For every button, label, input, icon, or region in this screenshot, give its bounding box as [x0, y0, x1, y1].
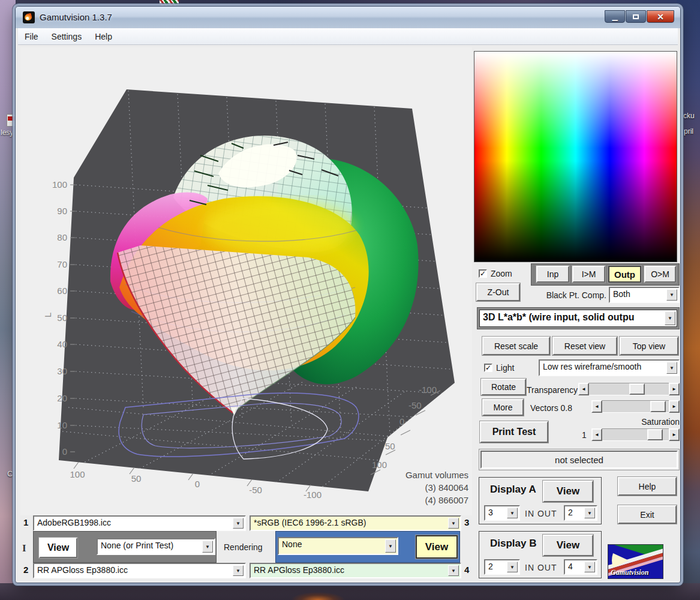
menu-settings[interactable]: Settings — [45, 30, 89, 43]
light-checkbox[interactable]: ✓ — [484, 364, 492, 372]
output-profile-dropdown[interactable]: RR APGloss Ep3880.icc ▼ — [33, 563, 246, 578]
l-tick: 10 — [57, 420, 67, 430]
a-tick: -100 — [304, 490, 322, 500]
display-a-out-dropdown[interactable]: 2 ▼ — [564, 505, 597, 521]
chevron-down-icon[interactable]: ▼ — [385, 539, 396, 553]
display-a-in-dropdown[interactable]: 3 ▼ — [484, 505, 520, 521]
chevron-down-icon[interactable]: ▼ — [507, 508, 518, 518]
row3-number: 3 — [464, 517, 469, 527]
l-tick: 90 — [57, 206, 67, 216]
black-point-comp-dropdown[interactable]: Both ▼ — [609, 287, 680, 303]
slider-track[interactable] — [602, 428, 669, 441]
rotate-button[interactable]: Rotate — [481, 379, 526, 395]
input-to-monitor-button[interactable]: I>M — [572, 266, 605, 283]
slider-right-arrow-icon[interactable]: ► — [669, 428, 680, 441]
zoom-checkbox[interactable]: ✓ — [479, 269, 487, 278]
slider-right-arrow-icon[interactable]: ► — [669, 400, 680, 413]
l-axis-label: L — [43, 313, 53, 317]
saturation-slider[interactable]: ◄ ► — [591, 428, 680, 441]
b-tick: 50 — [385, 441, 395, 451]
vectors-slider[interactable]: ◄ ► — [591, 400, 680, 413]
profile3-dropdown[interactable]: *sRGB (IEC6 1996-2.1 sRGB) ▼ — [250, 515, 461, 531]
close-button[interactable]: ✕ — [647, 10, 674, 23]
view-mode-value: 3D L*a*b* (wire input, solid outpu — [483, 312, 634, 322]
wireframe-mode-dropdown[interactable]: Low res wireframe/smooth ▼ — [539, 359, 680, 376]
rendering-intent-dropdown[interactable]: None ▼ — [278, 537, 398, 555]
display-b-title: Display B — [490, 538, 536, 550]
a-tick: 50 — [131, 473, 142, 484]
chevron-down-icon[interactable]: ▼ — [233, 518, 244, 529]
desktop-wallpaper-bottom — [0, 583, 700, 600]
slider-thumb[interactable] — [629, 383, 645, 395]
menu-file[interactable]: File — [18, 30, 45, 43]
transparency-slider[interactable]: ◄ ► — [578, 383, 680, 395]
l-tick: 60 — [57, 286, 67, 296]
l-tick: 0 — [62, 446, 67, 457]
output-to-monitor-button[interactable]: O>M — [644, 266, 676, 283]
gamut-3d-plot[interactable]: 100 90 80 70 60 50 40 30 20 10 0 L 100 5… — [20, 47, 472, 515]
maximize-icon — [633, 14, 639, 19]
display-b-view-button[interactable]: View — [543, 535, 593, 556]
chevron-down-icon[interactable]: ▼ — [584, 562, 595, 572]
saturation-value: 1 — [582, 430, 587, 440]
gamutvision-logo: Gamutvision — [608, 544, 663, 579]
slider-thumb[interactable] — [647, 429, 663, 440]
profile4-dropdown[interactable]: RR APGloss Ep3880.icc ▼ — [250, 563, 461, 578]
l-tick: 30 — [57, 366, 67, 376]
reset-view-button[interactable]: Reset view — [552, 337, 617, 355]
monitor-value: None (or Print Test) — [101, 541, 173, 550]
display-b-in-dropdown[interactable]: 2 ▼ — [484, 559, 520, 575]
desktop-icon-label[interactable]: lesy — [1, 128, 13, 137]
chevron-down-icon[interactable]: ▼ — [666, 289, 677, 301]
output-gamut-button[interactable]: Outp — [608, 266, 641, 283]
l-tick: 70 — [57, 259, 67, 269]
test-image-color-gradient — [474, 51, 677, 262]
minimize-button[interactable]: ▁ — [605, 10, 625, 23]
monitor-dropdown[interactable]: None (or Print Test) ▼ — [97, 538, 215, 555]
input-gamut-button[interactable]: Inp — [536, 266, 569, 283]
chevron-down-icon[interactable]: ▼ — [202, 541, 213, 553]
l-tick: 20 — [57, 393, 67, 403]
zoom-label: Zoom — [491, 269, 512, 278]
vectors-label: Vectors 0.8 — [530, 403, 572, 413]
slider-track[interactable] — [589, 383, 669, 395]
input-profile-dropdown[interactable]: AdobeRGB1998.icc ▼ — [33, 515, 246, 531]
reset-scale-button[interactable]: Reset scale — [482, 337, 550, 355]
slider-track[interactable] — [602, 400, 669, 413]
help-button[interactable]: Help — [618, 477, 677, 496]
view-mode-dropdown[interactable]: 3D L*a*b* (wire input, solid outpu ▼ — [479, 310, 677, 327]
display-a-inout-label: IN OUT — [525, 509, 557, 518]
chevron-down-icon[interactable]: ▼ — [448, 565, 459, 576]
top-view-button[interactable]: Top view — [620, 337, 678, 355]
chevron-down-icon[interactable]: ▼ — [448, 518, 459, 529]
gamut-volume-3: (3) 840064 — [425, 482, 468, 493]
slider-right-arrow-icon[interactable]: ► — [669, 383, 680, 395]
display-a-view-button[interactable]: View — [543, 481, 593, 502]
slider-thumb[interactable] — [650, 401, 666, 412]
chevron-down-icon[interactable]: ▼ — [666, 362, 677, 374]
black-point-comp-value: Both — [613, 289, 630, 299]
monitor-view-button[interactable]: View — [39, 538, 77, 558]
chevron-down-icon[interactable]: ▼ — [584, 508, 595, 518]
desktop-icon-label[interactable]: pril — [684, 127, 693, 136]
slider-left-arrow-icon[interactable]: ◄ — [578, 383, 589, 395]
chevron-down-icon[interactable]: ▼ — [507, 562, 518, 572]
black-point-comp-label: Black Pt. Comp. — [522, 290, 606, 300]
slider-left-arrow-icon[interactable]: ◄ — [591, 428, 602, 441]
menu-help[interactable]: Help — [88, 30, 119, 43]
desktop-icon-label[interactable]: cku — [683, 112, 695, 120]
more-button[interactable]: More — [482, 399, 524, 416]
maximize-button[interactable] — [626, 10, 646, 23]
display-b-out-dropdown[interactable]: 4 ▼ — [564, 559, 597, 575]
exit-button[interactable]: Exit — [618, 505, 677, 524]
zoom-out-button[interactable]: Z-Out — [476, 283, 520, 301]
output-view-button[interactable]: View — [416, 535, 458, 559]
slider-left-arrow-icon[interactable]: ◄ — [591, 400, 602, 413]
title-bar[interactable]: Gamutvision 1.3.7 ▁ ✕ — [16, 7, 680, 28]
print-test-button[interactable]: Print Test — [480, 421, 548, 443]
status-field: not selected — [480, 451, 678, 469]
a-tick: 100 — [70, 469, 85, 479]
chevron-down-icon[interactable]: ▼ — [665, 311, 675, 325]
chevron-down-icon[interactable]: ▼ — [233, 565, 244, 576]
l-tick: 40 — [57, 339, 67, 349]
